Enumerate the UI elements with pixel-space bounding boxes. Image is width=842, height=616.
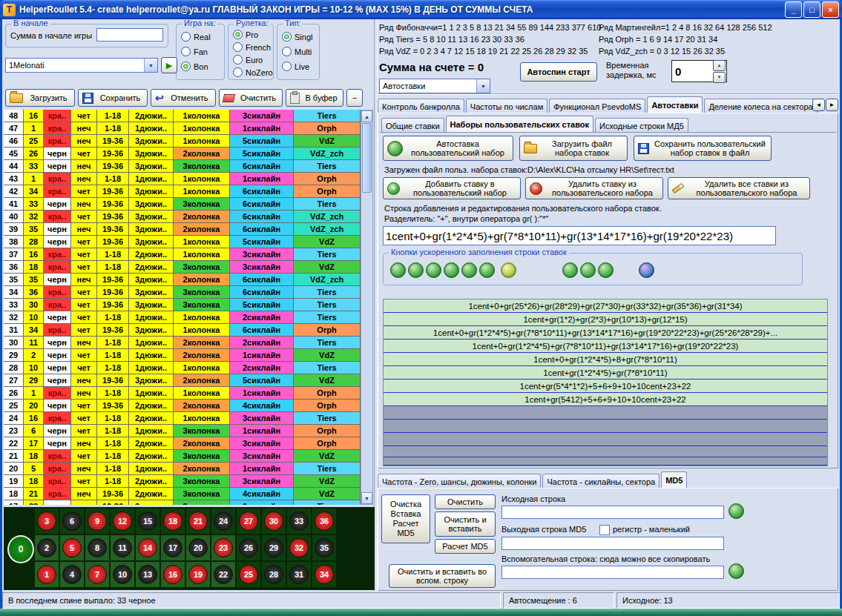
quick-fill-button-7[interactable]	[501, 262, 516, 278]
md5-clear-button[interactable]: Очистить	[435, 494, 496, 509]
quick-fill-button-5[interactable]	[461, 262, 477, 278]
board-cell-5[interactable]: 5	[60, 535, 84, 560]
preset-combo[interactable]: 1Melonati ▼	[5, 58, 158, 73]
main-tab-0[interactable]: Контроль банкролла	[378, 99, 464, 113]
md5-aux-copy-button[interactable]	[728, 563, 744, 579]
board-cell-23[interactable]: 23	[211, 535, 235, 560]
bet-string-row[interactable]: 1cent+0+gr(1*2*4*5)+gr(7*8*10*11)+gr(13*…	[384, 326, 827, 340]
autostake-set-button[interactable]: Автоставка пользовательский набор	[383, 136, 513, 161]
board-cell-35[interactable]: 35	[312, 535, 336, 560]
board-cell-2[interactable]: 2	[35, 535, 59, 560]
board-cell-9[interactable]: 9	[85, 509, 109, 534]
autospin-button[interactable]: Автоспин старт	[520, 62, 597, 82]
radio-fan[interactable]: Fan	[181, 47, 208, 56]
md5-calc-button[interactable]: Расчет MD5	[435, 539, 496, 554]
quick-fill-button-4[interactable]	[444, 262, 459, 278]
scrollbar-thumb[interactable]	[362, 123, 372, 193]
freq-tab-0[interactable]: Частота - Zero, шансы, дюжины, колонки	[378, 474, 541, 488]
history-row[interactable]: 3210чернчет1-181дюжи..1колонка2сиклайнTi…	[4, 311, 361, 324]
history-row[interactable]: 3935черннеч19-363дюжи..2колонка6сиклайнV…	[4, 223, 361, 236]
quick-fill-button-2[interactable]	[408, 262, 424, 278]
board-cell-27[interactable]: 27	[237, 509, 260, 534]
history-row[interactable]: 4234кра..чет19-363дюжи..1колонка6сиклайн…	[4, 185, 361, 198]
minimize-button[interactable]: _	[785, 1, 802, 18]
radio-bon[interactable]: Bon	[181, 62, 208, 71]
set-tab-1[interactable]: Наборы пользовательских ставок	[446, 116, 594, 132]
remove-bet-button[interactable]: −Удалить ставку из пользовательского наб…	[525, 177, 663, 199]
quick-fill-button-1[interactable]	[390, 262, 406, 278]
board-cell-21[interactable]: 21	[186, 509, 210, 534]
main-tab-1[interactable]: Частоты по числам	[466, 99, 547, 113]
board-cell-3[interactable]: 3	[35, 509, 59, 534]
history-scrollbar[interactable]: ▲ ▼	[361, 110, 373, 505]
history-row[interactable]: 3535черннеч19-363дюжи..2колонка6сиклайнV…	[4, 274, 361, 286]
board-cell-34[interactable]: 34	[312, 562, 336, 587]
history-row[interactable]: 431кра..неч1-181дюжи..1колонка1сиклайнOr…	[4, 173, 361, 185]
md5-clear-paste-button[interactable]: Очистить и вставить	[435, 511, 496, 537]
maximize-button[interactable]: □	[803, 1, 820, 18]
quick-fill-button-9[interactable]	[580, 262, 596, 278]
bet-string-row[interactable]: 1cent+gr(1*2*4*5)+gr(7*8*10*11)	[384, 366, 827, 380]
history-row[interactable]: 2520чернчет19-362дюжи..2колонка4сиклайнO…	[4, 400, 361, 412]
board-cell-25[interactable]: 25	[237, 562, 260, 587]
copy-buffer-button[interactable]: В буфер	[286, 89, 343, 107]
autobets-combo[interactable]: Автоставки ▼	[379, 79, 490, 93]
history-row[interactable]: 4625кра..неч19-363дюжи..1колонка5сиклайн…	[4, 135, 361, 148]
board-cell-19[interactable]: 19	[186, 562, 210, 587]
board-cell-20[interactable]: 20	[186, 535, 210, 560]
set-tab-2[interactable]: Исходные строки МД5	[595, 118, 688, 132]
history-row[interactable]: 1821кра..неч19-362дюжи..3колонка4сиклайн…	[4, 488, 361, 500]
load-bet-file-button[interactable]: Загрузить файл набора ставок	[519, 136, 628, 161]
save-button[interactable]: Сохранить	[78, 89, 148, 107]
radio-live[interactable]: Live	[282, 62, 309, 71]
board-cell-26[interactable]: 26	[237, 535, 260, 560]
quick-fill-button-8[interactable]	[562, 262, 578, 278]
tab-scroll-right-button[interactable]: ►	[826, 99, 838, 111]
clear-button[interactable]: Очистить	[219, 89, 283, 107]
md5-output-input[interactable]	[501, 537, 724, 550]
bet-string-row[interactable]: 1cent+0+gr(1*2*4*5)+8+gr(7*8*10*11)	[384, 353, 827, 366]
radio-french[interactable]: French	[233, 42, 271, 52]
bet-string-row-empty[interactable]	[384, 406, 827, 420]
history-row[interactable]: 1733черннеч19-363дюжи..3колонка6сиклайнT…	[4, 500, 361, 505]
history-row[interactable]: 261кра..неч1-181дюжи..1колонка1сиклайнOr…	[4, 387, 361, 400]
history-row[interactable]: 2217черннеч1-182дюжи..2колонка3сиклайнOr…	[4, 437, 361, 450]
board-cell-6[interactable]: 6	[60, 509, 84, 534]
undo-button[interactable]: ↩Отменить	[151, 89, 216, 107]
board-cell-15[interactable]: 15	[136, 509, 159, 534]
bet-edit-input[interactable]	[383, 226, 776, 245]
freq-tab-2[interactable]: MD5	[661, 471, 687, 488]
close-button[interactable]: ×	[822, 1, 839, 18]
history-row[interactable]: 2729черннеч19-363дюжи..2колонка5сиклайнV…	[4, 374, 361, 387]
board-cell-33[interactable]: 33	[287, 509, 311, 534]
md5-big-button[interactable]: Очистка Вставка Расчет MD5	[381, 494, 430, 543]
md5-source-input[interactable]	[501, 506, 724, 519]
md5-source-paste-button[interactable]	[728, 503, 744, 519]
main-tab-3[interactable]: Автоставки	[647, 96, 703, 113]
bet-string-row[interactable]: 1cent+0+gr(25*26)+gr(28*29)+gr(27*30)+gr…	[384, 299, 827, 313]
history-row[interactable]: 2118кра..чет1-182дюжи..3колонка3сиклайнV…	[4, 450, 361, 463]
board-cell-4[interactable]: 4	[60, 562, 84, 587]
board-cell-36[interactable]: 36	[312, 509, 336, 534]
bet-string-row-empty[interactable]	[384, 433, 827, 446]
board-cell-8[interactable]: 8	[85, 535, 109, 560]
add-bet-button[interactable]: +Добавить ставку в пользовательский набо…	[383, 177, 521, 199]
board-cell-24[interactable]: 24	[211, 509, 235, 534]
history-row[interactable]: 236чернчет1-181дюжи..3колонка1сиклайнOrp…	[4, 425, 361, 437]
md5-clear-paste-aux-button[interactable]: Очистить и вставить во вспом. строку	[389, 564, 496, 588]
board-cell-1[interactable]: 1	[35, 562, 59, 587]
history-row[interactable]: 3618кра..чет1-182дюжи..3колонка3сиклайнV…	[4, 261, 361, 274]
history-row[interactable]: 4816кра..чет1-182дюжи..1колонка3сиклайнT…	[4, 110, 361, 122]
radio-nozero[interactable]: NoZero	[233, 67, 273, 77]
quick-fill-button-3[interactable]	[426, 262, 441, 278]
freq-tab-1[interactable]: Частота - сиклайны, сектора	[542, 474, 660, 488]
board-cell-0[interactable]: 0	[7, 535, 34, 563]
board-cell-32[interactable]: 32	[287, 535, 311, 560]
history-row[interactable]: 205кра..неч1-181дюжи..2колонка1сиклайнTi…	[4, 463, 361, 475]
history-row[interactable]: 3011черннеч1-181дюжи..2колонка2сиклайнTi…	[4, 337, 361, 349]
history-row[interactable]: 3134кра..чет19-363дюжи..1колонка6сиклайн…	[4, 324, 361, 337]
remove-all-bets-button[interactable]: Удалить все ставки из пользовательского …	[668, 177, 810, 199]
quick-fill-button-6[interactable]	[479, 262, 495, 278]
bet-string-row[interactable]: 1cent+gr(5*4*1*2)+5+6+9+10+10cent+23+22	[384, 380, 827, 393]
history-row[interactable]: 3828чернчет19-363дюжи..1колонка5сиклайнV…	[4, 236, 361, 248]
